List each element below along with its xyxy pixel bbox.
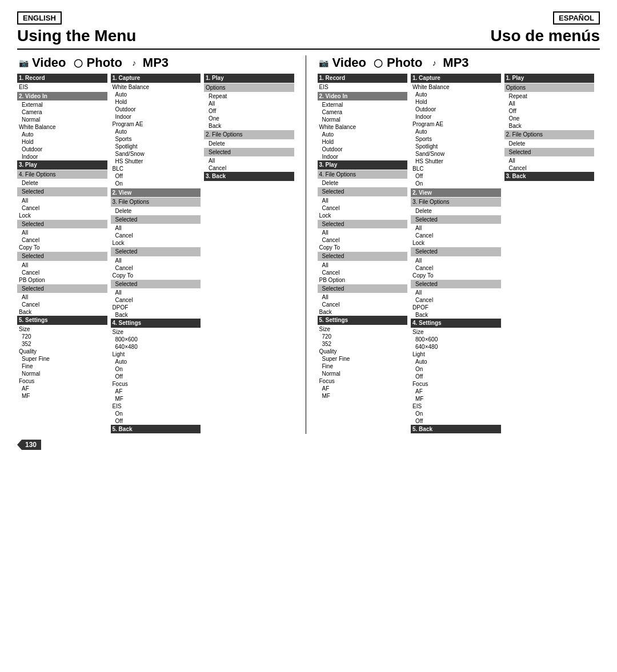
auto-en: Auto [17,131,107,138]
all-en-4: All [17,293,107,301]
cancel-es-4: Cancel [318,301,408,308]
mp3-back-es1: Back [504,122,595,130]
mp3-one-en: One [204,115,294,122]
outdoor-en: Outdoor [17,146,107,153]
mp3-delete-es: Delete [504,140,595,147]
hold-es: Hold [318,138,408,146]
photo-auto3-en: Auto [111,358,201,365]
english-menu-columns: 1. Record EIS 2. Video In External Camer… [17,74,294,434]
mp3-delete-en: Delete [204,140,294,147]
selected-es-4: Selected [318,284,408,293]
photo-icon-es: ◯ [372,57,384,69]
photo-all-es2: All [411,257,501,264]
photo-on2-es: On [411,410,501,417]
camera-es: Camera [318,108,408,116]
photo-off-es: Off [411,373,501,380]
delete-es: Delete [318,179,408,187]
external-es: External [318,101,408,108]
photo-selected-en3: Selected [111,280,201,289]
mp3-all-en2: All [204,157,294,164]
selected-es-1: Selected [318,187,408,196]
photo-cancel-es1: Cancel [411,232,501,239]
photo-selected-es1: Selected [411,215,501,224]
cancel-es-1: Cancel [318,204,408,212]
mp3-options-es: Options [504,83,595,92]
bottom-row: 130 [17,440,600,450]
video-item5-es: 5. Settings [318,316,408,325]
mp3-selected-en: Selected [204,148,294,157]
eis-es: EIS [318,83,408,91]
spanish-section-header: 📷 Video ◯ Photo ♪ MP3 [318,55,595,70]
photo-item2-en: 2. View [111,188,201,198]
photo-hss-en: HS Shutter [111,158,201,165]
photo-focus-en: Focus [111,380,201,388]
all-es-4: All [318,293,408,301]
photo-lock-es: Lock [411,239,501,247]
eis-en: EIS [17,83,107,91]
page-header: ENGLISH ESPAÑOL [17,11,600,25]
photo-on-en: On [111,365,201,373]
photo-off-en: Off [111,373,201,380]
photo-pae-en: Program AE [111,120,201,128]
size-en: Size [17,325,107,333]
photo-off2-en: Off [111,417,201,425]
photo-focus-es: Focus [411,380,501,388]
mp3-repeat-es: Repeat [504,92,595,100]
focus-en: Focus [17,377,107,385]
photo-item1-en: 1. Capture [111,74,201,83]
title-english: Using the Menu [17,27,136,45]
photo-blc-en: BLC [111,165,201,172]
photo-sandsnow-en: Sand/Snow [111,150,201,158]
lock-es: Lock [318,212,408,219]
mp3-one-es: One [504,115,595,122]
superfine-es: Super Fine [318,355,408,363]
photo-item3-es: 3. File Options [411,198,501,207]
mp3-cancel-en: Cancel [204,164,294,172]
photo-menu-en: 1. Capture White Balance Auto Hold Outdo… [111,74,201,434]
photo-af-es: AF [411,388,501,395]
mf-en: MF [17,392,107,400]
video-item2-en: 2. Video In [17,92,107,101]
video-menu-es: 1. Record EIS 2. Video In External Camer… [318,74,408,434]
photo-item5-es: 5. Back [411,425,501,434]
photo-selected-en2: Selected [111,247,201,256]
photo-size-es: Size [411,328,501,336]
mp3-section-title-es: ♪ MP3 [428,55,468,70]
photo-spotlight-en: Spotlight [111,143,201,150]
mp3-icon-es: ♪ [428,57,440,69]
photo-all-en1: All [111,224,201,232]
photo-cancel-en2: Cancel [111,264,201,272]
english-section: 📷 Video ◯ Photo ♪ MP3 1. Record EIS 2. V… [17,55,306,434]
mp3-item3-en: 3. Back [204,172,294,181]
photo-auto3-es: Auto [411,358,501,365]
photo-item5-en: 5. Back [111,425,201,434]
mp3-menu-en: 1. Play Options Repeat All Off One Back … [204,74,294,434]
photo-selected-es3: Selected [411,280,501,289]
cancel-en-3: Cancel [17,269,107,276]
title-divider [17,49,600,50]
photo-blc-es: BLC [411,165,501,172]
outdoor-es: Outdoor [318,146,408,153]
cancel-en-2: Cancel [17,236,107,244]
photo-on2-en: On [111,410,201,417]
photo-dpof-en: DPOF [111,304,201,311]
photo-item4-en: 4. Settings [111,319,201,328]
photo-selected-en1: Selected [111,215,201,224]
all-en-2: All [17,229,107,236]
camera-en: Camera [17,108,107,116]
video-section-title-es: 📷 Video [318,55,367,70]
af-en: AF [17,385,107,392]
normal-en2: Normal [17,370,107,377]
sz720-es: 720 [318,333,408,340]
normal-es: Normal [318,116,408,123]
spanish-menu-columns: 1. Record EIS 2. Video In External Camer… [318,74,595,434]
photo-menu-es: 1. Capture White Balance Auto Hold Outdo… [411,74,501,434]
video-item4-en: 4. File Options [17,170,107,179]
spanish-section: 📷 Video ◯ Photo ♪ MP3 1. Record EIS 2. V… [306,55,600,434]
auto-es: Auto [318,131,408,138]
normal-es2: Normal [318,370,408,377]
selected-es-2: Selected [318,220,408,229]
photo-size-en: Size [111,328,201,336]
back-es-1: Back [318,308,408,316]
photo-copyto-en: Copy To [111,272,201,279]
